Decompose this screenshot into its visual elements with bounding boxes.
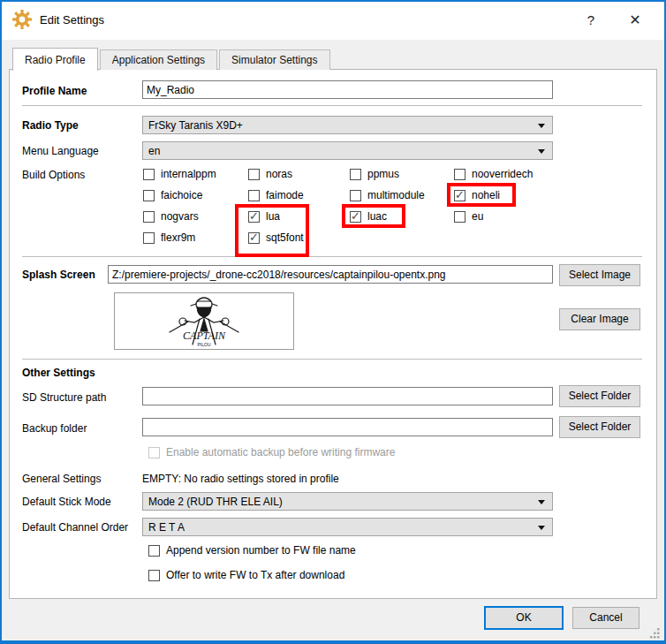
checkbox-unchecked-icon [143, 190, 155, 201]
checkbox-unchecked-icon [143, 169, 155, 180]
stick-mode-label: Default Stick Mode [22, 496, 111, 508]
splash-screen-label: Splash Screen [22, 269, 95, 281]
chevron-down-icon [538, 526, 545, 530]
profile-name-label: Profile Name [22, 85, 87, 97]
build-option-ppmus[interactable]: ppmus [350, 163, 425, 185]
tab-radio-profile[interactable]: Radio Profile [12, 48, 98, 71]
build-option-multimodule[interactable]: multimodule [350, 185, 425, 206]
select-image-button[interactable]: Select Image [559, 264, 640, 286]
radio-type-dropdown[interactable]: FrSky Taranis X9D+ [142, 116, 553, 134]
title-bar[interactable]: Edit Settings ? ✕ [0, 0, 666, 40]
resize-grip[interactable] [650, 628, 661, 639]
captain-pilou-illustration: CAPTAIN PILOU [115, 293, 293, 349]
backup-select-folder-button[interactable]: Select Folder [559, 416, 640, 438]
checkbox-disabled-icon [148, 447, 160, 458]
build-option-luac[interactable]: luac [350, 206, 425, 227]
build-option-eu[interactable]: eu [454, 206, 533, 227]
checkbox-unchecked-icon [350, 190, 361, 201]
edit-settings-dialog: Edit Settings ? ✕ Radio Profile Applicat… [0, 0, 666, 644]
svg-text:CAPTAIN: CAPTAIN [183, 330, 226, 342]
build-option-internalppm[interactable]: internalppm [143, 163, 216, 185]
checkbox-unchecked-icon [248, 190, 260, 201]
sd-structure-label: SD Structure path [22, 391, 106, 404]
svg-text:PILOU: PILOU [197, 342, 210, 347]
build-option-nooverridech[interactable]: nooverridech [454, 163, 533, 185]
tab-bar: Radio Profile Application Settings Simul… [12, 48, 332, 70]
backup-folder-input[interactable] [142, 418, 553, 436]
separator [22, 105, 642, 106]
checkbox-unchecked-icon [454, 169, 465, 180]
tab-application-settings[interactable]: Application Settings [100, 49, 217, 70]
checkbox-unchecked-icon [148, 545, 160, 557]
other-settings-heading: Other Settings [22, 367, 95, 379]
general-settings-label: General Settings [22, 473, 101, 485]
ok-button[interactable]: OK [484, 606, 564, 630]
build-option-faichoice[interactable]: faichoice [143, 185, 216, 206]
profile-name-input[interactable] [142, 80, 553, 99]
sd-structure-input[interactable] [142, 387, 553, 405]
backup-folder-label: Backup folder [22, 422, 87, 435]
build-option-faimode[interactable]: faimode [248, 185, 304, 206]
checkbox-unchecked-icon [148, 570, 160, 581]
build-option-sqt5font[interactable]: sqt5font [248, 227, 304, 248]
splash-path-input[interactable] [108, 265, 553, 284]
radio-type-label: Radio Type [22, 119, 79, 132]
chevron-down-icon [538, 124, 545, 128]
separator [22, 256, 642, 257]
separator [22, 359, 642, 360]
auto-backup-checkbox: Enable automatic backup before writing f… [148, 442, 395, 463]
checkbox-unchecked-icon [143, 211, 155, 223]
chevron-down-icon [538, 500, 545, 504]
tab-simulator-settings[interactable]: Simulator Settings [219, 49, 329, 70]
gear-icon [12, 10, 32, 29]
offer-write-checkbox[interactable]: Offer to write FW to Tx after download [148, 564, 344, 586]
build-option-lua[interactable]: lua [248, 206, 304, 227]
checkbox-checked-icon [248, 211, 260, 223]
build-option-nogvars[interactable]: nogvars [143, 206, 216, 227]
chevron-down-icon [538, 149, 545, 154]
build-options-label: Build Options [22, 169, 85, 181]
channel-order-label: Default Channel Order [22, 521, 128, 534]
build-option-noras[interactable]: noras [248, 163, 304, 185]
menu-language-dropdown[interactable]: en [142, 141, 553, 160]
stick-mode-dropdown[interactable]: Mode 2 (RUD THR ELE AIL) [142, 492, 553, 511]
build-option-noheli[interactable]: noheli [454, 185, 533, 206]
checkbox-checked-icon [454, 190, 465, 201]
checkbox-checked-icon [350, 211, 361, 223]
build-option-flexr9m[interactable]: flexr9m [143, 227, 216, 248]
checkbox-unchecked-icon [143, 232, 155, 244]
general-settings-value: EMPTY: No radio settings stored in profi… [142, 473, 339, 485]
window-title: Edit Settings [40, 13, 104, 27]
help-button[interactable]: ? [579, 9, 602, 32]
clear-image-button[interactable]: Clear Image [559, 308, 640, 330]
sd-select-folder-button[interactable]: Select Folder [559, 385, 640, 407]
build-options-grid: internalppm faichoice nogvars flexr9m no… [143, 163, 549, 252]
radio-profile-pane: Profile Name Radio Type FrSky Taranis X9… [9, 69, 657, 599]
append-version-checkbox[interactable]: Append version number to FW file name [148, 540, 356, 561]
menu-language-label: Menu Language [22, 145, 99, 157]
close-button[interactable]: ✕ [624, 9, 647, 32]
checkbox-checked-icon [248, 232, 260, 244]
cancel-button[interactable]: Cancel [572, 607, 640, 629]
splash-image-preview: CAPTAIN PILOU [114, 292, 294, 350]
channel-order-dropdown[interactable]: R E T A [142, 518, 553, 536]
checkbox-unchecked-icon [248, 169, 260, 180]
checkbox-unchecked-icon [350, 169, 361, 180]
checkbox-unchecked-icon [454, 211, 465, 223]
